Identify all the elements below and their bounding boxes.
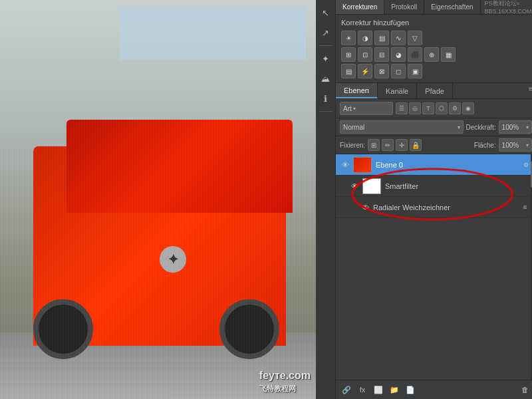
filter-icon-4[interactable]: ⬡ [436,102,448,114]
layer-type-arrow: ▾ [353,106,356,112]
tool-mountains[interactable]: ⛰ [319,71,333,86]
watermark-url: feyте.com [259,368,311,383]
tab-ebenen[interactable]: Ebenen [336,83,378,98]
tab-protokoll[interactable]: Protokoll [384,0,424,14]
layer-item-smartfilter[interactable]: 👁 Smartfilter [336,176,532,197]
flache-dropdown[interactable]: 100% ▾ [499,138,532,152]
layer-item-weichzeichner[interactable]: 👁 Radialer Weichzeichner ≡ [336,197,532,218]
watermark-name: 飞特教程网 [259,384,311,394]
k-icon-exposure[interactable]: ▽ [408,31,422,45]
layer-type-label: Art [343,105,352,112]
delete-layer-btn[interactable]: 🗑 [519,383,532,396]
korrekturen-icons: ☀ ◑ ▤ ∿ ▽ ⊞ ⊡ ⊟ ◕ ⬛ ⊕ ▦ ▤ ⚡ [341,31,531,78]
k-icon-brightness[interactable]: ☀ [341,31,356,45]
motion-blur-overlay [0,0,316,399]
layer-eye-ebene0[interactable]: 👁 [340,160,350,170]
layer-thumb-smartfilter [362,178,381,194]
flache-label: Fläche: [474,142,496,149]
k-icon-threshold[interactable]: ⚡ [358,64,372,78]
fixieren-row: Fixieren: ⊞ ✏ ✛ 🔒 Fläche: 100% ▾ [336,136,532,154]
tab-pfade[interactable]: Pfade [417,83,453,98]
ebenen-toolbar: Art ▾ ☰ ◎ T ⬡ ⚙ ◉ [336,99,532,118]
opacity-arrow: ▾ [526,124,529,130]
fix-brush[interactable]: ✏ [382,139,394,151]
tool-star[interactable]: ✦ [319,51,333,66]
korrekturen-panel: Korrektur hinzufügen ☀ ◑ ▤ ∿ ▽ ⊞ ⊡ ⊟ ◕ ⬛… [336,15,532,83]
fix-icons: ⊞ ✏ ✛ 🔒 [368,139,422,151]
flache-val: 100% [502,142,519,149]
tab-eigenschaften[interactable]: Eigenschaften [424,0,480,14]
icon-row-1: ☀ ◑ ▤ ∿ ▽ [341,31,531,45]
flache-arrow: ▾ [526,142,529,148]
add-style-btn[interactable]: fx [356,383,369,396]
right-panel: Korrekturen Protokoll Eigenschaften PS教程… [336,0,532,399]
layers-container: 👁 Ebene 0 ⚙ 👁 Smartfilter 👁 Rad [336,154,532,380]
fixieren-label: Fixieren: [340,142,365,149]
add-mask-btn[interactable]: ⬜ [372,383,385,396]
k-icon-levels[interactable]: ▤ [374,31,389,45]
panel-options[interactable]: ≡ [525,83,532,94]
blend-mode-value: Normal [343,124,364,131]
korrekturen-title: Korrektur hinzufügen [341,19,531,27]
link-layers-btn[interactable]: 🔗 [340,383,353,396]
fire-truck-photo: ✦ feyте.com 飞特教程网 [0,0,316,399]
k-icon-photofilt[interactable]: ⬛ [408,47,422,62]
k-icon-bw[interactable]: ◕ [391,47,406,62]
blend-mode-arrow: ▾ [458,124,460,130]
image-watermark: feyте.com 飞特教程网 [259,368,311,394]
k-icon-curves[interactable]: ∿ [391,31,406,45]
k-icon-selective[interactable]: ⊠ [374,64,389,78]
k-icon-vibrance[interactable]: ⊞ [341,47,356,62]
layer-eye-smartfilter[interactable]: 👁 [349,181,360,192]
layer-type-dropdown[interactable]: Art ▾ [340,102,393,115]
k-icon-contrast[interactable]: ◑ [358,31,372,45]
filter-icon-3[interactable]: T [422,102,434,114]
filter-icon-5[interactable]: ⚙ [449,102,461,114]
icon-row-3: ▤ ⚡ ⊠ ◻ ▣ [341,64,531,78]
layer-eye-weichzeichner[interactable]: 👁 [360,202,370,213]
layer-thumb-ebene0 [353,157,372,173]
layer-name-weichzeichner: Radialer Weichzeichner [373,203,519,211]
filter-icon-1[interactable]: ☰ [396,102,408,114]
layer-name-smartfilter: Smartfilter [385,182,532,190]
filter-toggle[interactable]: ◉ [462,102,474,114]
icon-row-2: ⊞ ⊡ ⊟ ◕ ⬛ ⊕ ▦ [341,47,531,62]
toolbar-divider-1 [319,45,332,46]
left-toolbar: ↖ ↗ ✦ ⛰ ℹ [316,0,336,399]
tool-arrow[interactable]: ↗ [319,25,333,40]
k-icon-extra[interactable]: ▣ [408,64,422,78]
toolbar-divider-2 [319,111,332,112]
k-icon-hue[interactable]: ⊡ [358,47,372,62]
tool-move[interactable]: ↖ [319,5,333,20]
tab-kanaele[interactable]: Kanäle [378,83,417,98]
top-tabs: Korrekturen Protokoll Eigenschaften PS教程… [336,0,532,15]
layers-list: 👁 Ebene 0 ⚙ 👁 Smartfilter 👁 Rad [336,154,532,380]
k-icon-gradient[interactable]: ▦ [441,47,456,62]
new-layer-btn[interactable]: 📄 [404,383,417,396]
blend-mode-row: Normal ▾ Deckkraft: 100% ▾ [336,118,532,136]
layer-filter-icons: ☰ ◎ T ⬡ ⚙ ◉ [396,102,474,114]
k-icon-mix[interactable]: ⊕ [424,47,439,62]
tab-korrekturen[interactable]: Korrekturen [336,0,384,14]
opacity-dropdown[interactable]: 100% ▾ [499,120,532,134]
ebenen-section: Ebenen Kanäle Pfade ≡ Art ▾ ☰ ◎ T ⬡ ⚙ ◉ [336,83,532,399]
layer-item-ebene0[interactable]: 👁 Ebene 0 ⚙ [336,154,532,176]
layer-name-ebene0: Ebene 0 [376,161,520,169]
tool-info[interactable]: ℹ [319,91,333,106]
opacity-label: Deckkraft: [466,124,496,131]
ebenen-tabs: Ebenen Kanäle Pfade ≡ [336,83,532,99]
filter-icon-2[interactable]: ◎ [409,102,421,114]
fix-checkerboard[interactable]: ⊞ [368,139,380,151]
fix-lock[interactable]: 🔒 [410,139,422,151]
fix-move[interactable]: ✛ [396,139,408,151]
new-group-btn[interactable]: 📁 [388,383,401,396]
k-icon-colorbalance[interactable]: ⊟ [374,47,389,62]
opacity-val: 100% [502,124,519,131]
layer-options-weichzeichner[interactable]: ≡ [519,201,532,214]
image-canvas: ✦ feyте.com 飞特教程网 [0,0,316,399]
k-icon-invert[interactable]: ◻ [391,64,406,78]
layers-bottom-toolbar: 🔗 fx ⬜ 📁 📄 🗑 [336,380,532,399]
k-icon-posterize[interactable]: ▤ [341,64,356,78]
blend-mode-dropdown[interactable]: Normal ▾ [340,120,464,134]
site-watermark: PS教程论坛= BBS.16XX8.COM [481,0,532,14]
